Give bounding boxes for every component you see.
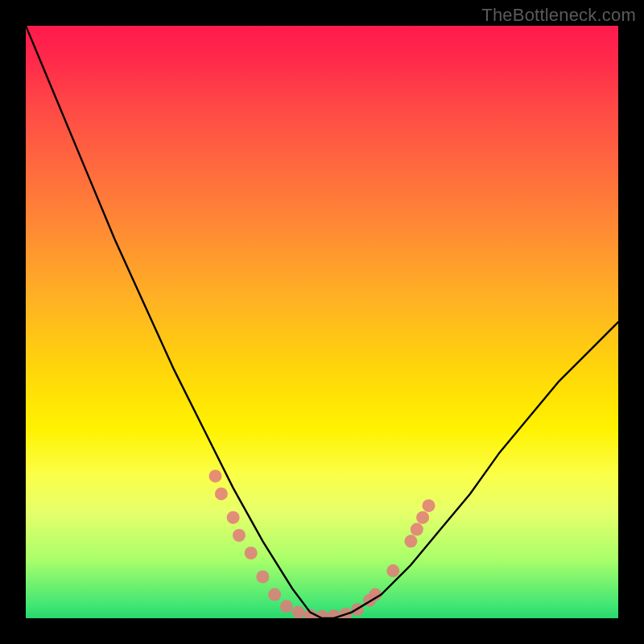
curve-markers — [209, 469, 436, 618]
curve-marker — [215, 487, 228, 500]
curve-marker — [292, 606, 305, 618]
curve-marker — [386, 564, 399, 577]
curve-marker — [404, 535, 417, 547]
curve-marker — [233, 529, 246, 542]
plot-area — [26, 26, 618, 618]
curve-marker — [256, 571, 269, 584]
watermark-text: TheBottleneck.com — [481, 5, 636, 26]
curve-marker — [411, 523, 423, 536]
curve-marker — [423, 499, 436, 512]
curve-layer — [26, 26, 618, 618]
curve-marker — [280, 600, 293, 613]
curve-marker — [227, 511, 240, 524]
chart-frame: TheBottleneck.com — [0, 0, 644, 644]
curve-marker — [268, 588, 281, 601]
curve-marker — [209, 469, 222, 482]
curve-marker — [416, 511, 429, 524]
curve-marker — [245, 547, 258, 559]
bottleneck-curve — [26, 26, 618, 618]
